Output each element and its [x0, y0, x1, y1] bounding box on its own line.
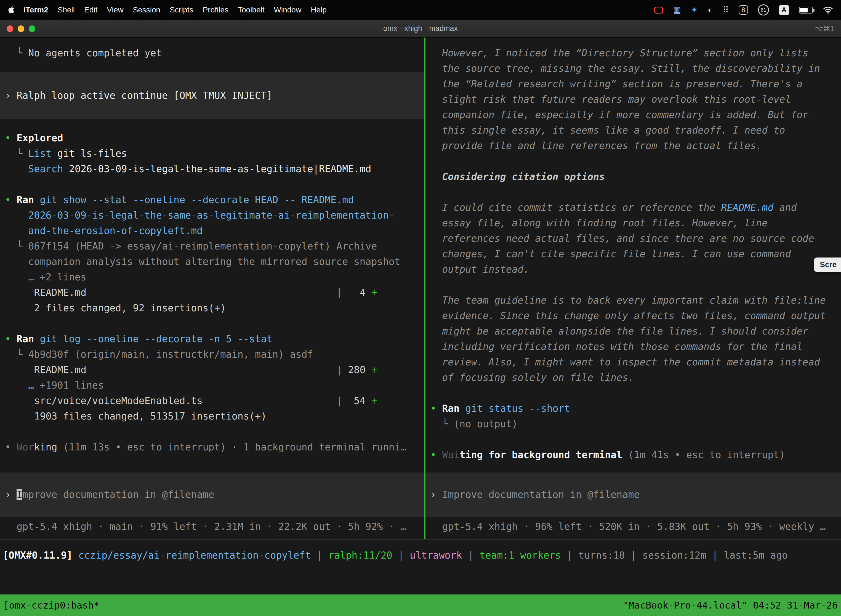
command-wrap-line: and-the-erosion-of-copyleft.md [0, 223, 424, 238]
thinking-text: references need actual files, and since … [425, 231, 841, 246]
thinking-text: the “Related research writing” section i… [425, 76, 841, 92]
screen-recording-indicator[interactable] [654, 7, 663, 13]
terminal-gap [425, 277, 841, 293]
command-wrap-line: 2026-03-09-is-legal-the-same-as-legitima… [0, 208, 424, 223]
no-agents-line: └ No agents completed yet [0, 45, 424, 61]
window-controls [0, 25, 35, 32]
diffstat-summary: 1903 files changed, 513517 insertions(+) [0, 408, 424, 424]
grid-app-icon[interactable]: ▦ [673, 6, 681, 14]
thinking-text: provide file and line references from th… [425, 138, 841, 154]
circle-app-icon[interactable]: ◐ [708, 6, 713, 14]
commit-line: └ 067f154 (HEAD -> essay/ai-reimplementa… [0, 238, 424, 254]
elided-lines-note: … +1901 lines [0, 378, 424, 393]
tmux-session-window[interactable]: [omx-cczip0:bash* [3, 600, 99, 611]
window-shortcut-badge: ⌥⌘1 [815, 25, 841, 33]
thinking-text: this single essay, it seems like a good … [425, 123, 841, 138]
composer-input-right[interactable]: › Improve documentation in @filename [425, 472, 841, 517]
notification-toast[interactable]: Scre [814, 258, 841, 272]
no-output-line: └ (no output) [425, 416, 841, 432]
terminal-gap [0, 424, 424, 439]
commit-line-wrap: companion analysis without altering the … [0, 254, 424, 269]
terminal-gap-right-input [425, 462, 841, 472]
thinking-header: Considering citation options [425, 169, 841, 184]
diffstat-line: README.md | 280 + [0, 362, 424, 378]
thinking-text: including verification notes with those … [425, 339, 841, 354]
apple-menu-icon[interactable] [8, 6, 15, 14]
session-status-left: gpt-5.4 xhigh · main · 91% left · 2.31M … [0, 519, 424, 534]
left-pane[interactable]: └ No agents completed yet› Ralph loop ac… [0, 38, 424, 539]
menu-scripts[interactable]: Scripts [165, 6, 198, 14]
menu-iterm2[interactable]: iTerm2 [19, 6, 53, 14]
menu-session[interactable]: Session [128, 6, 165, 14]
menu-view[interactable]: View [102, 6, 128, 14]
elided-lines-note: … +2 lines [0, 269, 424, 285]
terminal-window: └ No agents completed yet› Ralph loop ac… [0, 38, 841, 616]
window-title-bar: omx --xhigh --madmax ⌥⌘1 [0, 20, 841, 38]
thinking-text: I could cite commit statistics or refere… [425, 200, 841, 215]
minimize-button[interactable] [18, 25, 24, 32]
diffstat-line: src/voice/voiceModeEnabled.ts | 54 + [0, 393, 424, 408]
diffstat-summary: 2 files changed, 92 insertions(+) [0, 300, 424, 316]
ran-git-log-header: • Ran git log --oneline --decorate -n 5 … [0, 331, 424, 347]
terminal-gap-left-input [0, 455, 424, 472]
battery-percent-widget[interactable]: 61 [758, 4, 769, 15]
terminal-gap [425, 432, 841, 447]
composer-input-left[interactable]: › Improve documentation in @filename [0, 472, 424, 517]
commit-line: └ 4b9d30f (origin/main, instructkr/main,… [0, 347, 424, 362]
tool-list-line: └ List git ls-files [0, 146, 424, 161]
terminal-gap [0, 316, 424, 331]
terminal-gap [425, 154, 841, 169]
thinking-text: However, I noticed the “Directory Struct… [425, 45, 841, 61]
wifi-icon[interactable] [823, 6, 833, 14]
thinking-text: companion file, especially if more comme… [425, 107, 841, 123]
thinking-text: slight risk that future readers may over… [425, 92, 841, 107]
ran-git-status-header: • Ran git status --short [425, 401, 841, 416]
menu-window[interactable]: Window [269, 6, 306, 14]
window-title: omx --xhigh --madmax [0, 24, 841, 33]
terminal-gap [425, 184, 841, 200]
key-app-icon[interactable]: 8 [738, 5, 748, 15]
waiting-indicator: • Waiting for background terminal (1m 41… [425, 447, 841, 462]
session-status-right: gpt-5.4 xhigh · 96% left · 520K in · 5.8… [425, 519, 841, 534]
thinking-text: output instead. [425, 262, 841, 277]
terminal-gap [425, 385, 841, 401]
menubar-status-icons: ▦ ✦ ◐ ⠿ 8 61 A [654, 4, 833, 15]
thinking-text: changes, I can't cite specific file line… [425, 246, 841, 262]
thinking-text: The team guideline is to back every impo… [425, 293, 841, 308]
menu-toolbelt[interactable]: Toolbelt [233, 6, 269, 14]
terminal-gap-banner [0, 119, 424, 130]
explored-header: • Explored [0, 130, 424, 146]
thinking-text: might be acceptable alongside the file l… [425, 323, 841, 339]
right-pane[interactable]: However, I noticed the “Directory Struct… [425, 38, 841, 539]
menu-items: iTerm2ShellEditViewSessionScriptsProfile… [19, 6, 331, 14]
thinking-text: of focusing solely on file lines. [425, 370, 841, 385]
tmux-host-clock: "MacBook-Pro-44.local" 04:52 31-Mar-26 [623, 600, 838, 611]
terminal-gap [0, 177, 424, 192]
omx-status-line: [OMX#0.11.9] cczip/essay/ai-reimplementa… [0, 547, 841, 563]
ralph-inject-banner: › Ralph loop active continue [OMX_TMUX_I… [0, 72, 424, 119]
thinking-text: the source tree, missing the essay. Stil… [425, 61, 841, 76]
tool-search-line: Search 2026-03-09-is-legal-the-same-as-l… [0, 161, 424, 177]
launchpad-icon[interactable]: ⠿ [722, 6, 729, 14]
menu-edit[interactable]: Edit [79, 6, 102, 14]
menu-help[interactable]: Help [306, 6, 331, 14]
menu-profiles[interactable]: Profiles [198, 6, 233, 14]
battery-icon[interactable] [799, 7, 813, 13]
input-source-icon[interactable]: A [779, 5, 789, 15]
close-button[interactable] [7, 25, 13, 32]
tmux-status-bar: [omx-cczip0:bash* "MacBook-Pro-44.local"… [0, 594, 841, 616]
thinking-text: review. Also, I might want to inspect th… [425, 354, 841, 370]
zoom-button[interactable] [29, 25, 35, 32]
working-indicator: • Working (11m 13s • esc to interrupt) ·… [0, 439, 424, 455]
thinking-text: evidence. Since this change only affects… [425, 308, 841, 323]
thinking-text: essay file, along with finding root file… [425, 215, 841, 231]
battery-fill [800, 8, 807, 12]
sparkle-app-icon[interactable]: ✦ [691, 6, 698, 14]
terminal-gap-banner [0, 61, 424, 72]
ran-git-show-header: • Ran git show --stat --oneline --decora… [0, 192, 424, 208]
macos-menu-bar: iTerm2ShellEditViewSessionScriptsProfile… [0, 0, 841, 20]
tmux-panes: └ No agents completed yet› Ralph loop ac… [0, 38, 841, 540]
diffstat-line: README.md | 4 + [0, 285, 424, 300]
menu-shell[interactable]: Shell [53, 6, 79, 14]
